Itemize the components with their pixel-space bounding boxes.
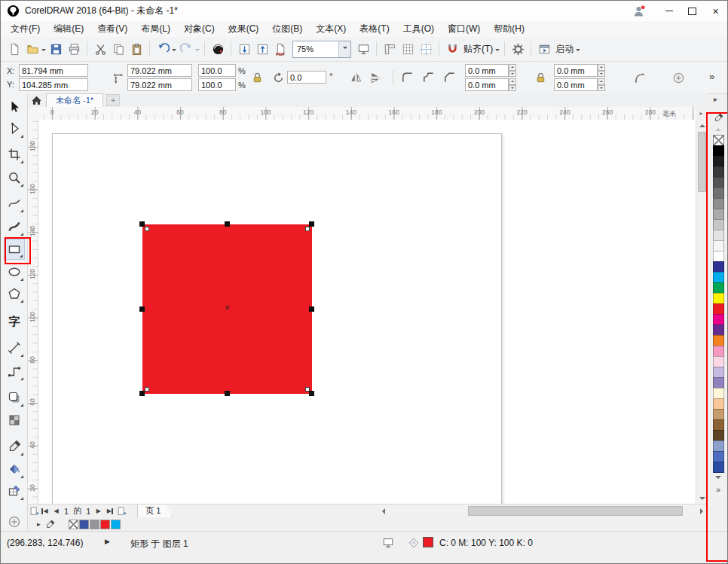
- drop-shadow-tool[interactable]: [4, 387, 25, 408]
- zoom-level-combobox[interactable]: 75%: [292, 41, 351, 58]
- object-center-marker[interactable]: ×: [142, 303, 312, 312]
- selection-handle-nw[interactable]: [139, 221, 145, 227]
- launch-button[interactable]: [536, 40, 552, 58]
- horizontal-scrollbar[interactable]: [378, 505, 707, 518]
- zoom-dropdown-button[interactable]: [338, 41, 350, 57]
- pick-tool[interactable]: [4, 96, 25, 117]
- chamfered-corner-button[interactable]: [441, 69, 457, 85]
- undo-dropdown-caret[interactable]: [172, 49, 176, 53]
- maximize-button[interactable]: [681, 1, 704, 21]
- color-eyedropper-tool[interactable]: [4, 436, 25, 457]
- menu-item[interactable]: 工具(O): [396, 21, 441, 37]
- menu-item[interactable]: 对象(C): [177, 21, 222, 37]
- redo-dropdown-caret[interactable]: [195, 49, 200, 53]
- object-width-field[interactable]: 79.022 mm: [127, 64, 192, 77]
- scalloped-corner-button[interactable]: [420, 69, 436, 85]
- fill-status-icon[interactable]: [408, 537, 420, 549]
- vertical-scrollbar-thumb[interactable]: [698, 132, 706, 192]
- polygon-tool[interactable]: [4, 283, 25, 304]
- show-guidelines-button[interactable]: [418, 40, 434, 58]
- text-tool[interactable]: 字: [4, 310, 25, 331]
- document-color-swatch[interactable]: [79, 520, 89, 529]
- menu-item[interactable]: 文件(F): [4, 21, 47, 37]
- fullscreen-preview-button[interactable]: [355, 40, 372, 58]
- scale-x-field[interactable]: 100.0: [198, 64, 236, 77]
- selected-rectangle-object[interactable]: ×: [142, 224, 312, 394]
- menu-item[interactable]: 查看(V): [90, 21, 134, 37]
- tabbar-flyout-arrow[interactable]: ▸: [714, 95, 717, 103]
- selection-handle-ne[interactable]: [309, 221, 314, 227]
- new-document-button[interactable]: [6, 40, 23, 58]
- ruler-options-corner[interactable]: ▸: [696, 107, 707, 120]
- menu-item[interactable]: 效果(C): [222, 21, 266, 37]
- launch-label[interactable]: 启动: [555, 43, 574, 56]
- mirror-horizontal-button[interactable]: [347, 69, 364, 86]
- print-button[interactable]: [66, 40, 82, 58]
- corner-radius-top-left-field[interactable]: 0.0 mm: [465, 64, 509, 77]
- close-button[interactable]: ×: [704, 1, 727, 21]
- ruler-origin-corner[interactable]: [28, 107, 39, 120]
- round-corner-button[interactable]: [399, 69, 415, 85]
- document-color-swatch[interactable]: [100, 520, 110, 529]
- corner-radius-bl-stepper[interactable]: [509, 78, 516, 91]
- selection-handle-sw[interactable]: [139, 391, 145, 396]
- no-color-swatch[interactable]: [69, 520, 78, 529]
- show-grid-button[interactable]: [399, 40, 416, 58]
- connector-tool[interactable]: [4, 361, 25, 382]
- menu-item[interactable]: 编辑(E): [47, 21, 90, 37]
- horizontal-scrollbar-thumb[interactable]: [468, 506, 683, 516]
- menu-item[interactable]: 帮助(H): [487, 21, 531, 37]
- paste-button[interactable]: [128, 40, 145, 58]
- menu-item[interactable]: 位图(B): [265, 21, 309, 37]
- last-page-button[interactable]: ▶: [104, 505, 115, 517]
- page-tab[interactable]: 页 1: [137, 505, 172, 518]
- home-icon[interactable]: [31, 95, 42, 106]
- menu-item[interactable]: 窗口(W): [441, 21, 487, 37]
- x-position-field[interactable]: 81.794 mm: [19, 64, 88, 77]
- snap-dropdown-caret[interactable]: [495, 49, 500, 53]
- selection-handle-n[interactable]: [225, 221, 230, 227]
- selection-handle-se[interactable]: [309, 391, 314, 396]
- corner-radius-bottom-left-field[interactable]: 0.0 mm: [465, 78, 509, 91]
- document-color-settings-icon[interactable]: [382, 537, 394, 549]
- ellipse-tool[interactable]: [4, 261, 25, 282]
- interactive-fill-tool[interactable]: [4, 459, 25, 480]
- launch-dropdown-caret[interactable]: [576, 49, 580, 53]
- corner-radius-br-stepper[interactable]: [598, 78, 605, 91]
- dimension-tool[interactable]: [4, 337, 25, 358]
- document-color-swatch[interactable]: [111, 520, 121, 529]
- first-page-button[interactable]: ◀: [39, 505, 50, 517]
- document-palette-flyout[interactable]: ▸: [37, 520, 41, 528]
- import-button[interactable]: [236, 40, 252, 58]
- add-page-after-button[interactable]: [115, 505, 127, 517]
- object-height-field[interactable]: 79.022 mm: [127, 78, 192, 91]
- vertical-scrollbar[interactable]: [696, 120, 707, 504]
- zoom-tool[interactable]: [4, 167, 25, 188]
- drawing-canvas[interactable]: ×: [38, 120, 696, 504]
- search-content-button[interactable]: [210, 40, 226, 58]
- corner-radius-top-right-field[interactable]: 0.0 mm: [554, 64, 598, 77]
- status-flyout-arrow[interactable]: ▶: [105, 538, 110, 545]
- save-button[interactable]: [47, 40, 64, 58]
- publish-pdf-button[interactable]: PDF: [272, 40, 289, 58]
- scale-y-field[interactable]: 100.0: [198, 78, 236, 91]
- corner-node[interactable]: [145, 387, 149, 392]
- freehand-tool[interactable]: [4, 193, 25, 214]
- scroll-left-button[interactable]: [378, 505, 388, 518]
- cut-button[interactable]: [92, 40, 109, 58]
- snap-to-label[interactable]: 贴齐(T): [463, 43, 493, 56]
- open-dropdown-caret[interactable]: [41, 49, 46, 53]
- corner-node[interactable]: [305, 227, 310, 231]
- menu-item[interactable]: 文本(X): [309, 21, 353, 37]
- fill-color-swatch[interactable]: [423, 537, 433, 547]
- corner-radius-bottom-right-field[interactable]: 0.0 mm: [554, 78, 598, 91]
- new-document-tab-button[interactable]: +: [106, 94, 120, 106]
- copy-button[interactable]: [110, 40, 127, 58]
- corner-radius-tl-stepper[interactable]: [509, 64, 516, 77]
- link-corners-button[interactable]: [533, 69, 548, 87]
- rotation-angle-field[interactable]: 0.0: [287, 71, 326, 84]
- export-button[interactable]: [254, 40, 271, 58]
- customize-toolbox-button[interactable]: [8, 515, 21, 529]
- undo-button[interactable]: [154, 40, 171, 58]
- show-rulers-button[interactable]: [381, 40, 398, 58]
